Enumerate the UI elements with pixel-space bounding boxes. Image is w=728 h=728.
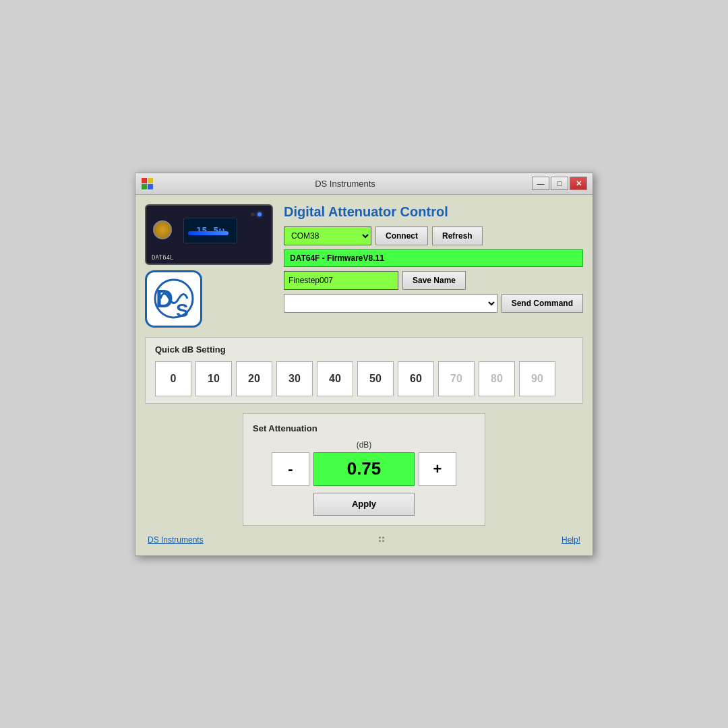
titlebar: DS Instruments — □ ✕ xyxy=(135,173,593,195)
send-command-button[interactable]: Send Command xyxy=(502,294,583,313)
device-display: 15.5ω xyxy=(183,218,237,243)
firmware-bar: DAT64F - FirmwareV8.11 xyxy=(284,249,583,267)
refresh-button[interactable]: Refresh xyxy=(432,226,483,245)
command-select[interactable] xyxy=(284,294,497,313)
increment-button[interactable]: + xyxy=(419,452,456,486)
db-button-40[interactable]: 40 xyxy=(317,361,353,396)
set-attenuation-section: Set Attenuation (dB) - 0.75 + Apply xyxy=(243,413,485,526)
db-button-0[interactable]: 0 xyxy=(155,361,191,396)
ds-instruments-logo: D S xyxy=(145,270,202,328)
quick-db-title: Quick dB Setting xyxy=(155,344,573,355)
db-button-20[interactable]: 20 xyxy=(236,361,272,396)
device-leds xyxy=(251,212,262,216)
led-stat xyxy=(251,212,255,216)
save-name-button[interactable]: Save Name xyxy=(402,271,466,290)
led-power xyxy=(257,212,262,216)
db-buttons-row: 0 10 20 30 40 50 60 70 80 90 xyxy=(155,361,573,396)
content-area: 15.5ω DAT64L D S xyxy=(135,195,593,555)
window-controls: — □ ✕ xyxy=(532,177,587,190)
quick-db-section: Quick dB Setting 0 10 20 30 40 50 60 70 … xyxy=(145,337,583,404)
com-port-select[interactable]: COM38 xyxy=(284,226,371,245)
device-model-label: DAT64L xyxy=(152,254,174,261)
db-button-60[interactable]: 60 xyxy=(398,361,434,396)
app-title: Digital Attenuator Control xyxy=(284,204,583,220)
device-logo-column: 15.5ω DAT64L D S xyxy=(145,204,273,328)
apply-button[interactable]: Apply xyxy=(313,493,415,516)
resize-handle[interactable] xyxy=(379,537,386,543)
rf-connector xyxy=(153,220,172,239)
connect-button[interactable]: Connect xyxy=(375,226,428,245)
minimize-button[interactable]: — xyxy=(532,177,549,190)
device-name-input[interactable] xyxy=(284,271,398,290)
main-window: DS Instruments — □ ✕ 15.5ω xyxy=(135,173,593,556)
db-button-80: 80 xyxy=(479,361,515,396)
device-image: 15.5ω DAT64L xyxy=(145,204,273,265)
db-unit-label: (dB) xyxy=(253,440,475,450)
db-button-30[interactable]: 30 xyxy=(276,361,313,396)
maximize-button[interactable]: □ xyxy=(551,177,568,190)
db-button-50[interactable]: 50 xyxy=(357,361,394,396)
top-section: 15.5ω DAT64L D S xyxy=(145,204,583,328)
close-button[interactable]: ✕ xyxy=(570,177,587,190)
set-attenuation-title: Set Attenuation xyxy=(253,423,475,433)
command-row: Send Command xyxy=(284,294,583,313)
device-name-row: Save Name xyxy=(284,271,583,290)
window-title: DS Instruments xyxy=(158,179,532,189)
db-button-90: 90 xyxy=(519,361,555,396)
db-button-10[interactable]: 10 xyxy=(195,361,232,396)
right-panel: Digital Attenuator Control COM38 Connect… xyxy=(284,204,583,328)
footer: DS Instruments Help! xyxy=(145,533,583,546)
signal-bar xyxy=(188,231,229,235)
decrement-button[interactable]: - xyxy=(272,452,309,486)
db-button-70: 70 xyxy=(438,361,475,396)
help-link[interactable]: Help! xyxy=(562,535,580,545)
attenuation-controls: - 0.75 + xyxy=(253,452,475,486)
attenuation-value: 0.75 xyxy=(313,452,415,486)
com-port-row: COM38 Connect Refresh xyxy=(284,226,583,245)
app-icon xyxy=(141,177,153,189)
ds-instruments-link[interactable]: DS Instruments xyxy=(148,535,204,545)
logo-svg: D S xyxy=(150,275,198,322)
